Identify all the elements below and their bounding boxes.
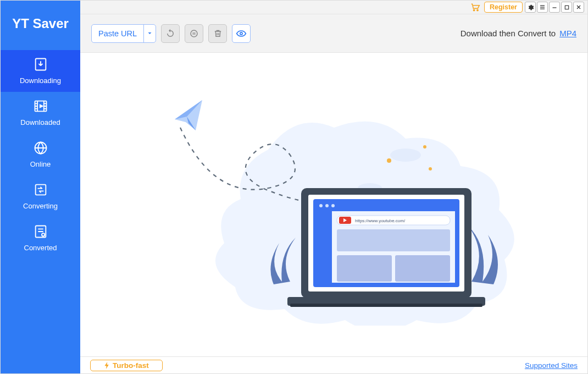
main: Register Paste URL xyxy=(80,1,587,373)
toolbar: Paste URL Download then Convert to MP4 xyxy=(80,14,587,53)
svg-point-14 xyxy=(429,167,432,170)
paste-url-label: Paste URL xyxy=(92,25,143,42)
preview-button[interactable] xyxy=(232,24,251,43)
svg-rect-19 xyxy=(290,304,482,307)
sidebar-item-label: Online xyxy=(30,160,51,168)
convert-format-area: Download then Convert to MP4 xyxy=(461,29,576,38)
converted-icon xyxy=(32,223,49,240)
menu-button[interactable] xyxy=(537,2,548,13)
turbo-fast-button[interactable]: Turbo-fast xyxy=(90,360,163,371)
settings-button[interactable] xyxy=(525,2,536,13)
svg-point-11 xyxy=(390,148,421,162)
svg-point-15 xyxy=(423,145,426,148)
svg-text:https://www.youtube.com/: https://www.youtube.com/ xyxy=(355,218,406,223)
sidebar-item-label: Downloading xyxy=(20,76,61,85)
footer: Turbo-fast Supported Sites xyxy=(80,356,587,373)
content-area: https://www.youtube.com/ xyxy=(80,53,587,356)
minimize-button[interactable] xyxy=(549,2,560,13)
download-then-label: Download then Convert to xyxy=(461,29,556,38)
sidebar-item-online[interactable]: Online xyxy=(1,134,80,175)
film-icon xyxy=(32,98,49,114)
app-logo: YT Saver xyxy=(1,1,80,50)
chevron-down-icon[interactable] xyxy=(143,25,156,42)
svg-rect-30 xyxy=(395,255,450,282)
svg-rect-29 xyxy=(337,255,392,282)
sidebar-item-label: Downloaded xyxy=(20,118,60,127)
register-button[interactable]: Register xyxy=(484,2,523,13)
paste-url-button[interactable]: Paste URL xyxy=(91,24,156,43)
maximize-button[interactable] xyxy=(561,2,572,13)
svg-rect-3 xyxy=(35,185,46,195)
delete-button[interactable] xyxy=(208,24,227,43)
sidebar-item-downloading[interactable]: Downloading xyxy=(1,50,80,92)
globe-icon xyxy=(32,140,49,156)
pause-button[interactable] xyxy=(185,24,203,43)
svg-point-6 xyxy=(473,9,474,10)
sidebar-item-label: Converting xyxy=(23,202,58,210)
titlebar: Register xyxy=(80,1,587,14)
turbo-label: Turbo-fast xyxy=(113,361,149,370)
retry-button[interactable] xyxy=(161,24,180,43)
svg-point-22 xyxy=(325,204,329,207)
format-select[interactable]: MP4 xyxy=(559,29,576,38)
svg-point-7 xyxy=(477,9,478,10)
svg-rect-8 xyxy=(565,6,568,9)
convert-icon xyxy=(32,182,49,198)
svg-rect-28 xyxy=(337,229,450,251)
sidebar-item-converting[interactable]: Converting xyxy=(1,175,80,217)
sidebar-item-downloaded[interactable]: Downloaded xyxy=(1,92,80,134)
empty-state-illustration: https://www.youtube.com/ xyxy=(136,84,532,326)
svg-point-10 xyxy=(240,32,242,34)
svg-point-23 xyxy=(331,204,335,207)
download-icon xyxy=(32,56,49,73)
sidebar-item-converted[interactable]: Converted xyxy=(1,217,80,259)
svg-point-21 xyxy=(319,204,323,207)
cart-icon[interactable] xyxy=(470,3,481,12)
svg-point-9 xyxy=(191,30,197,37)
svg-point-13 xyxy=(387,158,391,163)
close-button[interactable] xyxy=(573,2,584,13)
supported-sites-link[interactable]: Supported Sites xyxy=(525,361,578,370)
sidebar-item-label: Converted xyxy=(24,244,57,252)
sidebar: YT Saver Downloading Downloaded Online C… xyxy=(1,1,80,373)
